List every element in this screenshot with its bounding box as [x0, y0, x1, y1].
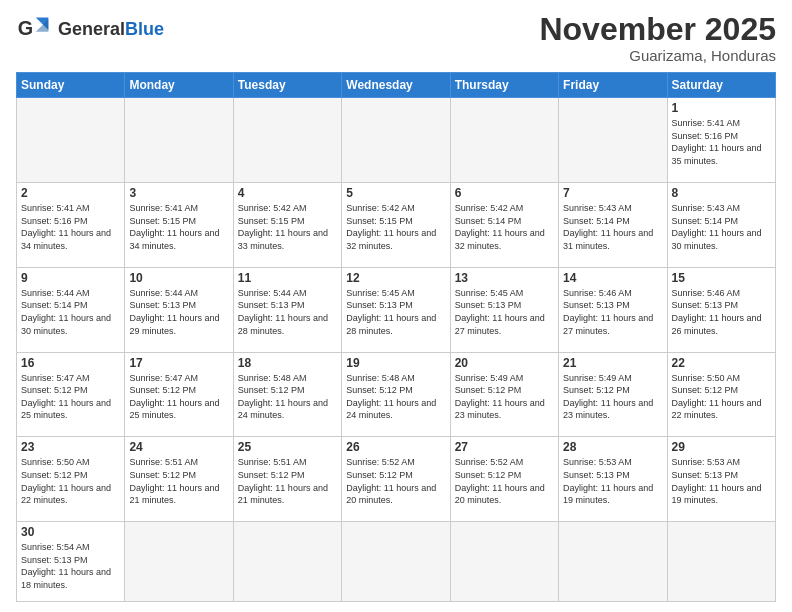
day-number: 8: [672, 186, 771, 200]
calendar-cell: 10Sunrise: 5:44 AMSunset: 5:13 PMDayligh…: [125, 267, 233, 352]
generalblue-logo-icon: G: [16, 12, 52, 48]
day-number: 14: [563, 271, 662, 285]
day-info: Sunrise: 5:51 AMSunset: 5:12 PMDaylight:…: [129, 456, 228, 506]
calendar-cell: [667, 522, 775, 602]
day-info: Sunrise: 5:52 AMSunset: 5:12 PMDaylight:…: [346, 456, 445, 506]
month-title: November 2025: [539, 12, 776, 47]
day-info: Sunrise: 5:47 AMSunset: 5:12 PMDaylight:…: [21, 372, 120, 422]
calendar-row: 16Sunrise: 5:47 AMSunset: 5:12 PMDayligh…: [17, 352, 776, 437]
day-info: Sunrise: 5:50 AMSunset: 5:12 PMDaylight:…: [21, 456, 120, 506]
day-info: Sunrise: 5:41 AMSunset: 5:16 PMDaylight:…: [21, 202, 120, 252]
day-number: 16: [21, 356, 120, 370]
day-info: Sunrise: 5:42 AMSunset: 5:15 PMDaylight:…: [346, 202, 445, 252]
calendar-cell: 15Sunrise: 5:46 AMSunset: 5:13 PMDayligh…: [667, 267, 775, 352]
calendar-cell: 9Sunrise: 5:44 AMSunset: 5:14 PMDaylight…: [17, 267, 125, 352]
day-info: Sunrise: 5:44 AMSunset: 5:13 PMDaylight:…: [129, 287, 228, 337]
day-info: Sunrise: 5:52 AMSunset: 5:12 PMDaylight:…: [455, 456, 554, 506]
svg-text:G: G: [18, 17, 33, 39]
day-info: Sunrise: 5:47 AMSunset: 5:12 PMDaylight:…: [129, 372, 228, 422]
day-number: 4: [238, 186, 337, 200]
header: G GeneralBlue November 2025 Guarizama, H…: [16, 12, 776, 64]
weekday-header-row: SundayMondayTuesdayWednesdayThursdayFrid…: [17, 73, 776, 98]
calendar-cell: [17, 98, 125, 183]
day-info: Sunrise: 5:44 AMSunset: 5:14 PMDaylight:…: [21, 287, 120, 337]
day-number: 23: [21, 440, 120, 454]
day-number: 13: [455, 271, 554, 285]
day-number: 7: [563, 186, 662, 200]
day-info: Sunrise: 5:51 AMSunset: 5:12 PMDaylight:…: [238, 456, 337, 506]
calendar-cell: 7Sunrise: 5:43 AMSunset: 5:14 PMDaylight…: [559, 182, 667, 267]
day-info: Sunrise: 5:48 AMSunset: 5:12 PMDaylight:…: [346, 372, 445, 422]
day-number: 30: [21, 525, 120, 539]
calendar-cell: 1Sunrise: 5:41 AMSunset: 5:16 PMDaylight…: [667, 98, 775, 183]
day-number: 17: [129, 356, 228, 370]
day-info: Sunrise: 5:42 AMSunset: 5:15 PMDaylight:…: [238, 202, 337, 252]
day-info: Sunrise: 5:49 AMSunset: 5:12 PMDaylight:…: [563, 372, 662, 422]
calendar-cell: [559, 98, 667, 183]
calendar-cell: 4Sunrise: 5:42 AMSunset: 5:15 PMDaylight…: [233, 182, 341, 267]
calendar-cell: [233, 98, 341, 183]
calendar-row: 2Sunrise: 5:41 AMSunset: 5:16 PMDaylight…: [17, 182, 776, 267]
calendar-cell: 20Sunrise: 5:49 AMSunset: 5:12 PMDayligh…: [450, 352, 558, 437]
calendar-cell: 22Sunrise: 5:50 AMSunset: 5:12 PMDayligh…: [667, 352, 775, 437]
day-number: 19: [346, 356, 445, 370]
day-info: Sunrise: 5:50 AMSunset: 5:12 PMDaylight:…: [672, 372, 771, 422]
day-number: 22: [672, 356, 771, 370]
calendar-cell: 13Sunrise: 5:45 AMSunset: 5:13 PMDayligh…: [450, 267, 558, 352]
calendar-row: 1Sunrise: 5:41 AMSunset: 5:16 PMDaylight…: [17, 98, 776, 183]
day-number: 12: [346, 271, 445, 285]
day-info: Sunrise: 5:49 AMSunset: 5:12 PMDaylight:…: [455, 372, 554, 422]
calendar-cell: 19Sunrise: 5:48 AMSunset: 5:12 PMDayligh…: [342, 352, 450, 437]
calendar-cell: 25Sunrise: 5:51 AMSunset: 5:12 PMDayligh…: [233, 437, 341, 522]
calendar-cell: [125, 522, 233, 602]
day-number: 5: [346, 186, 445, 200]
calendar-cell: 17Sunrise: 5:47 AMSunset: 5:12 PMDayligh…: [125, 352, 233, 437]
day-number: 29: [672, 440, 771, 454]
weekday-header-cell: Sunday: [17, 73, 125, 98]
calendar-cell: [450, 522, 558, 602]
day-info: Sunrise: 5:54 AMSunset: 5:13 PMDaylight:…: [21, 541, 120, 591]
weekday-header-cell: Friday: [559, 73, 667, 98]
calendar-cell: 24Sunrise: 5:51 AMSunset: 5:12 PMDayligh…: [125, 437, 233, 522]
calendar-cell: 16Sunrise: 5:47 AMSunset: 5:12 PMDayligh…: [17, 352, 125, 437]
day-number: 27: [455, 440, 554, 454]
calendar-cell: 2Sunrise: 5:41 AMSunset: 5:16 PMDaylight…: [17, 182, 125, 267]
weekday-header-cell: Wednesday: [342, 73, 450, 98]
calendar-cell: 29Sunrise: 5:53 AMSunset: 5:13 PMDayligh…: [667, 437, 775, 522]
day-number: 3: [129, 186, 228, 200]
calendar-cell: [342, 98, 450, 183]
day-number: 15: [672, 271, 771, 285]
calendar-cell: 14Sunrise: 5:46 AMSunset: 5:13 PMDayligh…: [559, 267, 667, 352]
day-number: 1: [672, 101, 771, 115]
day-number: 25: [238, 440, 337, 454]
calendar-row: 9Sunrise: 5:44 AMSunset: 5:14 PMDaylight…: [17, 267, 776, 352]
calendar-body: 1Sunrise: 5:41 AMSunset: 5:16 PMDaylight…: [17, 98, 776, 602]
day-info: Sunrise: 5:43 AMSunset: 5:14 PMDaylight:…: [563, 202, 662, 252]
page: G GeneralBlue November 2025 Guarizama, H…: [0, 0, 792, 612]
calendar-cell: 23Sunrise: 5:50 AMSunset: 5:12 PMDayligh…: [17, 437, 125, 522]
calendar-cell: 18Sunrise: 5:48 AMSunset: 5:12 PMDayligh…: [233, 352, 341, 437]
day-info: Sunrise: 5:46 AMSunset: 5:13 PMDaylight:…: [563, 287, 662, 337]
day-info: Sunrise: 5:48 AMSunset: 5:12 PMDaylight:…: [238, 372, 337, 422]
calendar-cell: [450, 98, 558, 183]
day-number: 18: [238, 356, 337, 370]
day-info: Sunrise: 5:41 AMSunset: 5:16 PMDaylight:…: [672, 117, 771, 167]
day-number: 28: [563, 440, 662, 454]
day-info: Sunrise: 5:43 AMSunset: 5:14 PMDaylight:…: [672, 202, 771, 252]
calendar-cell: 5Sunrise: 5:42 AMSunset: 5:15 PMDaylight…: [342, 182, 450, 267]
day-info: Sunrise: 5:41 AMSunset: 5:15 PMDaylight:…: [129, 202, 228, 252]
calendar-cell: 8Sunrise: 5:43 AMSunset: 5:14 PMDaylight…: [667, 182, 775, 267]
title-section: November 2025 Guarizama, Honduras: [539, 12, 776, 64]
day-info: Sunrise: 5:53 AMSunset: 5:13 PMDaylight:…: [563, 456, 662, 506]
day-number: 24: [129, 440, 228, 454]
calendar-cell: 12Sunrise: 5:45 AMSunset: 5:13 PMDayligh…: [342, 267, 450, 352]
logo: G GeneralBlue: [16, 12, 164, 48]
calendar-cell: [342, 522, 450, 602]
calendar-cell: 28Sunrise: 5:53 AMSunset: 5:13 PMDayligh…: [559, 437, 667, 522]
calendar-row: 30Sunrise: 5:54 AMSunset: 5:13 PMDayligh…: [17, 522, 776, 602]
day-info: Sunrise: 5:42 AMSunset: 5:14 PMDaylight:…: [455, 202, 554, 252]
subtitle: Guarizama, Honduras: [539, 47, 776, 64]
calendar-cell: [559, 522, 667, 602]
weekday-header-cell: Saturday: [667, 73, 775, 98]
calendar-cell: 6Sunrise: 5:42 AMSunset: 5:14 PMDaylight…: [450, 182, 558, 267]
